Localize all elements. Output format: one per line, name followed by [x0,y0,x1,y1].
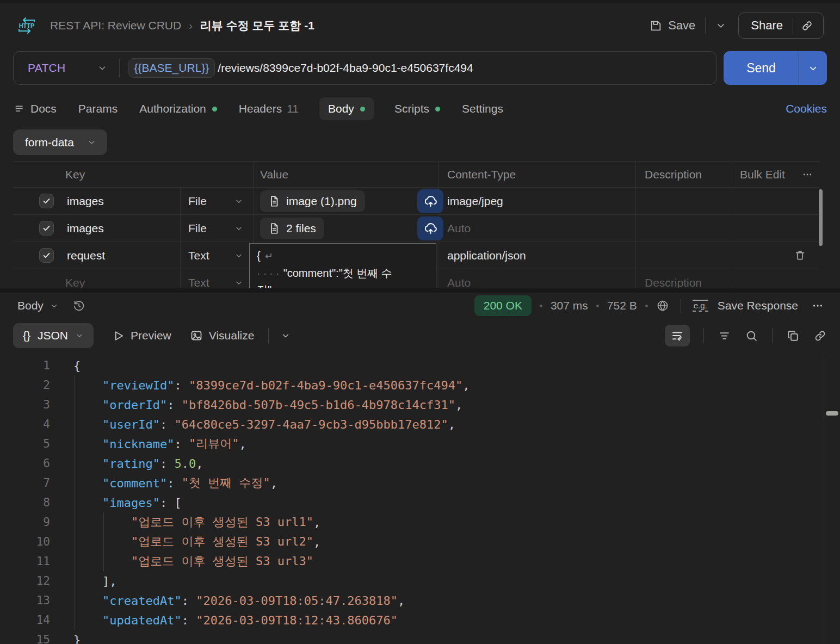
response-scrollbar[interactable] [824,355,840,644]
content-type-value[interactable]: image/jpeg [438,188,635,214]
indent-guide [75,454,75,473]
tab-scripts[interactable]: Scripts [393,97,441,120]
line-number: 8 [0,496,50,509]
body-type-select[interactable]: form-data [13,129,107,155]
line-number: 9 [0,516,50,529]
send-options-chevron-icon[interactable] [799,51,827,85]
cookies-link[interactable]: Cookies [786,102,827,115]
request-bar: PATCH {{BASE_URL}} /reviews/8399ce7d-b02… [13,51,827,85]
param-value-cell: image (1).png [253,188,438,214]
param-type-select[interactable]: Text [180,242,253,269]
filter-icon[interactable] [718,329,731,343]
description-cell[interactable] [635,242,732,269]
share-button[interactable]: Share [738,13,824,39]
url-input[interactable]: /reviews/8399ce7d-b02f-4ba9-90c1-e450637… [218,61,473,75]
description-cell[interactable]: Description [635,269,732,288]
value-text-editor[interactable]: {↵ ····"comment":"첫 번째 수 정" [249,243,436,288]
save-options-chevron-icon[interactable] [715,20,726,31]
row-actions-cell [732,242,819,269]
row-checkbox[interactable] [39,248,54,263]
response-body-select[interactable]: Body [17,299,44,312]
response-panel: Body 200 OK 307 ms 752 B e.g. [0,293,840,644]
line-number: 3 [0,398,50,411]
table-row: images File image (1).png [13,188,819,215]
tab-params[interactable]: Params [77,97,119,120]
tab-docs[interactable]: Docs [13,97,58,120]
status-dot-icon [360,107,365,112]
param-key[interactable]: images [67,195,104,208]
column-header-key: Key [13,162,253,187]
copy-icon[interactable] [786,329,800,343]
delete-row-button[interactable] [794,249,806,262]
param-type-select[interactable]: File [180,215,253,242]
row-checkbox[interactable] [39,194,54,208]
line-number: 15 [0,633,50,644]
globe-icon[interactable] [656,299,669,312]
request-tabs: Docs Params Authorization Headers11 Body… [13,95,827,123]
bulk-edit-button[interactable]: Bulk Edit [740,168,785,181]
divider [268,328,269,343]
file-chip[interactable]: image (1).png [260,190,365,212]
send-button[interactable]: Send [724,51,827,85]
dot-separator [540,305,542,307]
line-number: 1 [0,359,50,372]
search-icon[interactable] [745,329,758,343]
more-icon[interactable] [812,300,824,312]
column-header-content-type: Content-Type [438,162,635,187]
page-title: 리뷰 수정 모두 포함 -1 [200,18,314,33]
row-checkbox[interactable] [39,221,54,236]
breadcrumb-separator-icon: › [189,20,193,32]
panel-divider[interactable] [0,288,840,293]
chevron-down-icon [50,302,58,310]
more-formats-chevron-icon[interactable] [281,331,291,340]
description-cell[interactable] [635,215,732,242]
code-line: 11 "업로드 이후 생성된 S3 url3" [0,552,824,571]
url-box: PATCH {{BASE_URL}} /reviews/8399ce7d-b02… [13,51,717,85]
dot-separator [645,305,648,307]
history-icon[interactable] [72,299,85,312]
format-select[interactable]: {} JSON [13,323,94,348]
param-type-select[interactable]: File [180,188,253,214]
tab-body[interactable]: Body [319,97,374,120]
form-data-table: Key Value Content-Type Description Bulk … [13,161,819,288]
code-line: 10 "업로드 이후 생성된 S3 url2", [0,532,824,552]
description-cell[interactable] [635,188,732,214]
line-number: 6 [0,457,50,470]
braces-icon: {} [23,329,30,342]
indent-guide [75,493,75,512]
preview-button[interactable]: Preview [112,329,171,342]
chevron-down-icon [87,138,96,147]
breadcrumb-parent[interactable]: REST API: Review CRUD [50,19,181,32]
param-type-select[interactable]: Text [180,269,253,288]
table-scrollbar[interactable] [819,189,823,246]
http-logo-icon: HTTP [16,16,37,35]
tab-settings[interactable]: Settings [461,97,504,120]
visualize-button[interactable]: Visualize [190,329,255,342]
upload-button[interactable] [417,189,443,213]
content-type-value[interactable]: Auto [438,215,635,242]
tab-authorization[interactable]: Authorization [138,97,218,120]
indent-guide [75,414,75,434]
response-code[interactable]: 1{2 "reviewId": "8399ce7d-b02f-4ba9-90c1… [0,355,824,644]
tab-headers[interactable]: Headers11 [238,97,300,120]
save-response-button[interactable]: Save Response [718,299,798,312]
row-actions-cell [732,215,819,242]
share-link-icon[interactable] [793,20,821,32]
method-select[interactable]: PATCH [14,61,119,75]
file-chip[interactable]: 2 files [260,218,324,239]
more-icon[interactable] [802,169,813,180]
param-key[interactable]: images [67,222,104,235]
scrollbar-thumb[interactable] [826,411,838,416]
param-key-placeholder[interactable]: Key [65,276,85,289]
content-type-value[interactable]: application/json [438,242,635,269]
save-icon [649,19,663,33]
param-key[interactable]: request [67,249,105,262]
row-actions-cell [732,269,819,288]
save-button[interactable]: Save [649,18,695,33]
env-variable-chip[interactable]: {{BASE_URL}} [128,58,215,78]
link-icon[interactable] [813,329,827,343]
content-type-value[interactable]: Auto [438,269,635,288]
word-wrap-toggle[interactable] [665,325,690,346]
upload-button[interactable] [417,216,443,240]
divider [119,59,120,77]
